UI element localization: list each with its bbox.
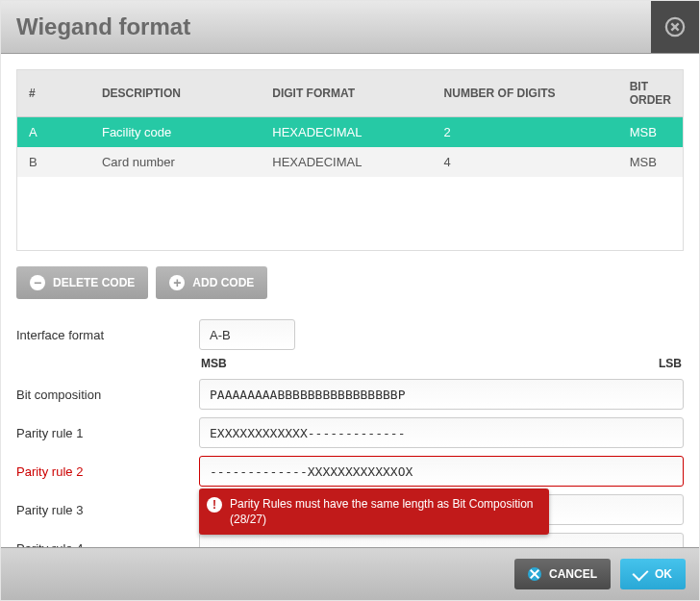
cell-order: MSB <box>618 147 683 177</box>
error-icon: ! <box>207 497 222 513</box>
col-desc: DESCRIPTION <box>90 70 261 117</box>
parity1-label: Parity rule 1 <box>16 426 199 440</box>
table-header-row: # DESCRIPTION DIGIT FORMAT NUMBER OF DIG… <box>17 70 683 117</box>
close-icon <box>664 16 686 38</box>
add-code-label: ADD CODE <box>192 276 254 289</box>
format-form: Interface format MSB LSB Bit composition <box>16 318 684 547</box>
cell-desc: Card number <box>90 147 261 177</box>
parity2-label: Parity rule 2 <box>16 464 199 479</box>
col-digits: NUMBER OF DIGITS <box>433 70 618 117</box>
msb-label: MSB <box>201 357 227 370</box>
dialog-footer: CANCEL OK <box>1 547 699 600</box>
check-icon <box>633 564 649 581</box>
interface-format-label: Interface format <box>16 328 199 342</box>
cell-digits: 2 <box>433 117 618 148</box>
table-actions: − DELETE CODE + ADD CODE <box>16 266 684 299</box>
error-message: Parity Rules must have the same length a… <box>230 497 533 526</box>
col-order: BIT ORDER <box>618 70 683 117</box>
plus-icon: + <box>169 275 185 290</box>
cell-id: B <box>17 147 90 177</box>
cell-digits: 4 <box>433 147 618 177</box>
col-format: DIGIT FORMAT <box>261 70 432 117</box>
parity1-input[interactable] <box>199 417 684 448</box>
ok-button[interactable]: OK <box>620 559 686 589</box>
minus-icon: − <box>30 275 45 290</box>
close-button[interactable] <box>651 1 699 53</box>
cell-format: HEXADECIMAL <box>261 147 432 177</box>
parity2-input[interactable] <box>199 456 684 487</box>
cancel-button[interactable]: CANCEL <box>514 559 611 589</box>
cell-id: A <box>17 117 90 148</box>
lsb-label: LSB <box>659 357 682 370</box>
parity3-label: Parity rule 3 <box>16 503 199 517</box>
cancel-label: CANCEL <box>549 567 597 581</box>
cell-desc: Facility code <box>90 117 261 148</box>
bit-composition-input[interactable] <box>199 379 684 410</box>
bit-composition-label: Bit composition <box>16 388 199 402</box>
table-empty-space <box>17 177 683 250</box>
table-row[interactable]: A Facility code HEXADECIMAL 2 MSB <box>17 117 683 148</box>
add-code-button[interactable]: + ADD CODE <box>156 266 267 299</box>
dialog-body: # DESCRIPTION DIGIT FORMAT NUMBER OF DIG… <box>1 54 699 547</box>
cancel-icon <box>528 567 541 581</box>
dialog-title: Wiegand format <box>16 13 190 40</box>
parity4-input[interactable] <box>199 533 684 547</box>
delete-code-button[interactable]: − DELETE CODE <box>16 266 148 299</box>
wiegand-format-dialog: Wiegand format # DESCRIPTION DIGIT FORMA… <box>0 0 700 601</box>
interface-format-input[interactable] <box>199 319 295 350</box>
codes-table: # DESCRIPTION DIGIT FORMAT NUMBER OF DIG… <box>16 69 684 251</box>
cell-order: MSB <box>618 117 683 148</box>
ok-label: OK <box>655 567 672 581</box>
dialog-header: Wiegand format <box>1 1 699 54</box>
delete-code-label: DELETE CODE <box>53 276 135 289</box>
table-row[interactable]: B Card number HEXADECIMAL 4 MSB <box>17 147 683 177</box>
validation-error: ! Parity Rules must have the same length… <box>199 488 549 535</box>
col-id: # <box>17 70 90 117</box>
cell-format: HEXADECIMAL <box>261 117 432 148</box>
